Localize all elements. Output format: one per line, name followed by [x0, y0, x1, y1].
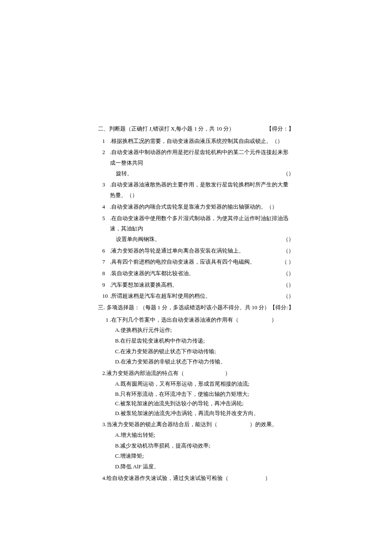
q-cont: 旋转。: [116, 169, 133, 179]
q-num: 1: [106, 317, 109, 323]
q-num: 6: [98, 246, 110, 256]
answer-paren: （）: [268, 234, 294, 245]
option-b: B.只有环形流动，在环流冲击下，使输出轴的力矩增大;: [98, 389, 294, 399]
section2-header: 二、判断题（正确打 J,错误打 X,每小题 1 分，共 10 分） 【得分：】: [98, 124, 294, 134]
answer-paren: （）: [251, 291, 294, 302]
option-c: C.增速降矩;: [98, 451, 294, 462]
q-num: 3: [98, 180, 110, 200]
option-d: D.在液力变矩器的非锁止状态下作动力传输。: [98, 357, 294, 367]
q-text: .液力变矩器内部油流的特点有（: [105, 370, 184, 376]
q-text: .在下列几个答案中，选出自动变速器油液的作用有（: [110, 317, 239, 323]
answer-paren: （）: [268, 169, 294, 179]
q3-4: 4.给自动变速器作失速试验，通过失速试验可检验（ ）: [98, 473, 294, 484]
q-num: 8: [98, 268, 110, 279]
q-text: .自动变速器的内嗤合式齿轮泵是靠液力变矩器的输出轴驱动的。（）: [110, 203, 277, 210]
q3-1: 1 .在下列几个答案中，选出自动变速器油液的作用有（ ） A.使换档执行元件运作…: [98, 315, 294, 367]
answer-paren: （）: [251, 280, 294, 291]
q2-5: 5 .在自动变速器中使用数个多片湿式制动器，为使其停止运作时油缸排油迅速，其油缸…: [98, 213, 294, 245]
q3-3: 3.当液力变矩器的锁止离合器结合后，能达到（ ）的效果。 A.增大输出转矩; B…: [98, 419, 294, 472]
q-body: .装自动变速器的汽车都比较省油。 （）: [110, 268, 294, 279]
section2-title: 二、判断题（正确打 J,错误打 X,每小题 1 分，共 10 分）: [98, 124, 234, 134]
q2-6: 6 .液力变矩器的导轮是通过单向离合器安装在涡轮轴上。 （）: [98, 246, 294, 256]
option-c: C.在液力变矩器的锁止状态下作动动传输;: [98, 346, 294, 357]
q3-stem: 1 .在下列几个答案中，选出自动变速器油液的作用有（ ）: [98, 315, 294, 325]
q3-stem: 2.液力变矩器内部油流的特点有（ ）: [98, 368, 294, 379]
answer-paren: ）: [225, 370, 231, 376]
q-body: .在自动变速器中使用数个多片湿式制动器，为使其停止运作时油缸排油迅速，其油缸内 …: [110, 213, 294, 245]
answer-paren: ）: [265, 475, 271, 481]
q-body: .根据换档工况的需要，自动变速器由液压系统控制其自由或锁止。（）: [110, 136, 294, 147]
q-body: .汽车要想加速就要换高档。 （）: [110, 280, 294, 291]
option-a: A.既有圆周运动，又有环形运动，形成首尾相接的油流;: [98, 379, 294, 389]
section3-header: 三. 多项选择题：（每题 1 分，多选或错选时该小题不得分。共 10 分）【得分…: [98, 302, 294, 313]
q-text: .给自动变速器作失速试验，通过失速试验可检验（: [105, 475, 228, 481]
q2-2: 2 .自动变速器中制动器的作用是把行星齿轮机构中的某二个元件连接起来形成一整体共…: [98, 147, 294, 179]
q-text: .根据换档工况的需要，自动变速器由液压系统控制其自由或锁止。（）: [110, 138, 283, 144]
option-a: A.增大输出转矩;: [98, 430, 294, 441]
q-body: .具有四个前进档的电控自动变速器，应该具有四个电磁阀。 （ ）: [110, 257, 294, 267]
section3-bracket: 】: [288, 302, 294, 313]
q-text: .在自动变速器中使用数个多片湿式制动器，为使其停止运作时油缸排油迅速，其油缸内: [110, 213, 294, 234]
q2-10: 10 .所谓超速档是汽车在超车时使用的档位。 （）: [98, 291, 294, 302]
q-text: .液力变矩器的导轮是通过单向离合器安装在涡轮轴上。: [110, 246, 268, 256]
q-num: 10: [98, 291, 110, 302]
q2-1: 1 .根据换档工况的需要，自动变速器由液压系统控制其自由或锁止。（）: [98, 136, 294, 147]
answer-paren: （ ）: [268, 257, 294, 267]
q-num: 4: [98, 202, 110, 212]
q3-stem: 4.给自动变速器作失速试验，通过失速试验可检验（ ）: [98, 473, 294, 484]
answer-paren: ）的效果。: [250, 421, 277, 427]
q-num: 7: [98, 257, 110, 267]
q-body: .自动变速器的内嗤合式齿轮泵是靠液力变矩器的输出轴驱动的。（）: [110, 202, 294, 212]
q-text: .自动变速器油液散热器的主要作用，是散发行星齿轮换档时所产生的大量热量。（）: [110, 181, 288, 198]
q-num: 1: [98, 136, 110, 147]
q-num: 9: [98, 280, 110, 291]
q-body: .液力变矩器的导轮是通过单向离合器安装在涡轮轴上。 （）: [110, 246, 294, 256]
q3-stem: 3.当液力变矩器的锁止离合器结合后，能达到（ ）的效果。: [98, 419, 294, 430]
q-num: 5: [98, 213, 110, 245]
q-text: .自动变速器中制动器的作用是把行星齿轮机构中的某二个元件连接起来形成一整体共同: [110, 147, 294, 168]
option-b: B.减少发动机功率损耗，提高传动效率;: [98, 441, 294, 451]
option-d: D.被泵轮加速的油流先冲击涡轮，再流向导轮并改变方向。: [98, 408, 294, 419]
q-text: .具有四个前进档的电控自动变速器，应该具有四个电磁阀。: [110, 257, 268, 267]
q2-8: 8 .装自动变速器的汽车都比较省油。 （）: [98, 268, 294, 279]
option-c: C.被泵轮加速的油流先到达较小的导轮，再冲击涡轮;: [98, 399, 294, 408]
option-d: D.降低 AlF 温度。: [98, 462, 294, 472]
q-text: .汽车要想加速就要换高档。: [110, 280, 251, 291]
q-text: .当液力变矩器的锁止离合器结合后，能达到（: [105, 421, 217, 427]
q2-4: 4 .自动变速器的内嗤合式齿轮泵是靠液力变矩器的输出轴驱动的。（）: [98, 202, 294, 212]
q-num: 2: [98, 147, 110, 179]
q2-9: 9 .汽车要想加速就要换高档。 （）: [98, 280, 294, 291]
answer-paren: ）: [271, 317, 277, 323]
q-body: .自动变速器油液散热器的主要作用，是散发行星齿轮换档时所产生的大量热量。（）: [110, 180, 294, 200]
answer-paren: （）: [268, 246, 294, 256]
option-b: B.在行星齿轮变速机构中作动力传递;: [98, 336, 294, 346]
section3-title: 三. 多项选择题：（每题 1 分，多选或错选时该小题不得分。共 10 分）【得分…: [98, 302, 288, 313]
q-text: .装自动变速器的汽车都比较省油。: [110, 268, 251, 279]
section2-score: 【得分：】: [266, 124, 294, 134]
q2-3: 3 .自动变速器油液散热器的主要作用，是散发行星齿轮换档时所产生的大量热量。（）: [98, 180, 294, 200]
q-body: .所谓超速档是汽车在超车时使用的档位。 （）: [110, 291, 294, 302]
q3-2: 2.液力变矩器内部油流的特点有（ ） A.既有圆周运动，又有环形运动，形成首尾相…: [98, 368, 294, 418]
q-body: .自动变速器中制动器的作用是把行星齿轮机构中的某二个元件连接起来形成一整体共同 …: [110, 147, 294, 179]
q2-7: 7 .具有四个前进档的电控自动变速器，应该具有四个电磁阀。 （ ）: [98, 257, 294, 267]
answer-paren: （）: [251, 268, 294, 279]
q-cont: 设置单向阀钢珠。: [116, 234, 160, 245]
q-text: .所谓超速档是汽车在超车时使用的档位。: [110, 291, 251, 302]
option-a: A.使换档执行元件运作;: [98, 325, 294, 336]
